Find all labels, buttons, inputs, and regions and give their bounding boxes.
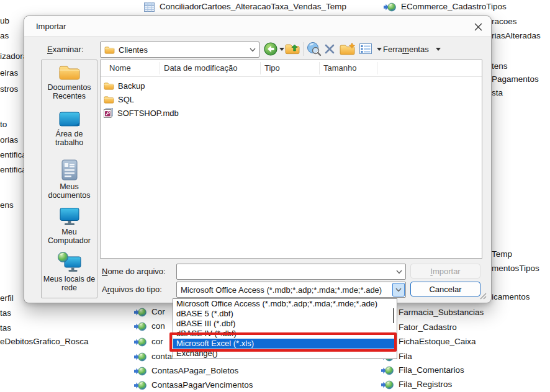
bg-fragment: racoes bbox=[492, 17, 517, 27]
file-row-softshop-mdb[interactable]: SOFTSHOP.mdb bbox=[101, 106, 482, 120]
bg-fragment: erfil bbox=[0, 293, 14, 303]
linked-globe-icon bbox=[134, 308, 147, 317]
bg-fragment: eDebitosGrafico_Rosca bbox=[0, 337, 89, 347]
bg-fragment: sta bbox=[492, 88, 503, 98]
up-one-level-button[interactable] bbox=[285, 43, 300, 55]
delete-button[interactable] bbox=[324, 43, 335, 55]
table-icon bbox=[144, 2, 155, 12]
desktop-icon bbox=[58, 111, 81, 128]
column-divider[interactable] bbox=[160, 62, 160, 74]
column-header-tipo[interactable]: Tipo bbox=[264, 63, 280, 73]
bg-fragment: entifica bbox=[0, 165, 27, 175]
my-computer-icon bbox=[59, 207, 80, 226]
new-folder-icon bbox=[340, 43, 356, 56]
bg-fragment: icamentos bbox=[492, 292, 530, 302]
column-divider[interactable] bbox=[377, 62, 377, 74]
bg-object-row[interactable]: ContasaPagarVencimentos bbox=[134, 380, 253, 390]
bg-object-row[interactable]: Cor bbox=[134, 307, 165, 317]
back-button[interactable] bbox=[264, 42, 277, 56]
network-places-icon bbox=[57, 252, 82, 273]
ferramentas-menu[interactable]: Ferramentas bbox=[383, 45, 429, 54]
file-list-header: Nome Data de modificação Tipo Tamanho bbox=[101, 60, 482, 77]
file-name-dropdown-button[interactable] bbox=[393, 264, 405, 279]
close-icon bbox=[474, 23, 482, 31]
location-combobox[interactable]: Clientes bbox=[100, 42, 259, 58]
back-icon bbox=[264, 42, 277, 56]
up-folder-icon bbox=[285, 43, 300, 55]
file-type-combobox[interactable]: Microsoft Office Access (*.mdb;*.adp;*.m… bbox=[176, 282, 406, 298]
dropdown-caret-icon bbox=[279, 48, 284, 51]
folder-icon bbox=[104, 46, 115, 54]
back-dropdown-button[interactable] bbox=[279, 48, 284, 51]
linked-globe-icon bbox=[134, 381, 147, 390]
resize-grip[interactable] bbox=[479, 292, 487, 300]
linked-globe-icon bbox=[134, 352, 147, 362]
column-header-nome[interactable]: Nome bbox=[109, 63, 131, 73]
linked-globe-icon bbox=[134, 337, 147, 347]
recent-documents-icon bbox=[58, 64, 81, 81]
column-divider[interactable] bbox=[319, 62, 320, 74]
column-divider[interactable] bbox=[260, 62, 261, 74]
bg-fragment: orias bbox=[0, 135, 18, 145]
bg-fragment: tas bbox=[0, 308, 11, 318]
sidebar-item-meus-documentos[interactable]: Meus documentos bbox=[42, 159, 97, 207]
bg-fragment: ens bbox=[0, 200, 14, 210]
bg-object-row[interactable]: ECommerce_CadastroTipos bbox=[384, 2, 507, 12]
dropdown-caret-icon bbox=[377, 48, 382, 51]
file-name-label: Nome do arquivo: bbox=[102, 267, 166, 277]
ferramentas-caret-left bbox=[377, 48, 382, 51]
close-button[interactable] bbox=[473, 22, 483, 32]
bg-fragment: as bbox=[0, 31, 9, 41]
sidebar-item-documentos-recentes[interactable]: Documentos Recentes bbox=[42, 64, 97, 111]
bg-object-row[interactable]: con bbox=[134, 321, 165, 331]
examinar-label: Examinar: bbox=[47, 45, 84, 55]
sidebar-item-meu-computador[interactable]: Meu Computador bbox=[42, 207, 97, 251]
ferramentas-caret-right bbox=[436, 48, 441, 51]
views-icon bbox=[359, 43, 372, 54]
views-button[interactable] bbox=[359, 43, 372, 54]
my-documents-icon bbox=[61, 159, 78, 180]
location-value: Clientes bbox=[115, 45, 246, 55]
dropdown-scrollbar-thumb[interactable] bbox=[393, 308, 394, 323]
bg-fragment: tens bbox=[492, 61, 508, 71]
bg-object-row[interactable]: cor bbox=[134, 337, 163, 347]
file-type-value: Microsoft Office Access (*.mdb;*.adp;*.m… bbox=[177, 285, 392, 295]
bg-fragment: stros bbox=[0, 84, 18, 94]
bg-object-row[interactable]: Fila_Comentarios bbox=[381, 365, 464, 375]
import-dialog: Importar Examinar: Clientes Ferramentas bbox=[24, 16, 492, 303]
location-dropdown-button[interactable] bbox=[246, 42, 259, 57]
dropdown-option-access[interactable]: Microsoft Office Access (*.mdb;*.adp;*.m… bbox=[173, 299, 397, 309]
dropdown-caret-icon bbox=[436, 48, 441, 51]
search-web-icon bbox=[307, 42, 322, 56]
import-button[interactable]: Importar bbox=[410, 264, 480, 278]
sidebar-item-meus-locais-de-rede[interactable]: Meus locais de rede bbox=[42, 252, 97, 298]
linked-globe-icon bbox=[381, 380, 394, 390]
bg-object-row[interactable]: Fila_Registros bbox=[381, 380, 452, 390]
bg-fragment: riasAlteradas bbox=[492, 31, 541, 41]
bg-fragment: ub bbox=[0, 16, 9, 26]
resize-grip-icon bbox=[479, 292, 487, 300]
file-list: Nome Data de modificação Tipo Tamanho Ba… bbox=[100, 60, 482, 259]
dropdown-option-dbase5[interactable]: dBASE 5 (*.dbf) bbox=[173, 309, 397, 319]
file-row-sql[interactable]: SQL bbox=[101, 92, 482, 106]
toolbar-separator bbox=[304, 42, 304, 56]
file-type-label: Arquivos do tipo: bbox=[102, 285, 162, 295]
file-name-combobox[interactable] bbox=[176, 264, 406, 280]
annotation-highlight-box bbox=[169, 332, 397, 352]
chevron-down-icon bbox=[395, 288, 402, 292]
dropdown-option-dbase3[interactable]: dBASE III (*.dbf) bbox=[173, 319, 397, 329]
bg-object-row[interactable]: ContasAPagar_Boletos bbox=[134, 366, 238, 376]
search-web-button[interactable] bbox=[307, 42, 322, 56]
file-row-backup[interactable]: Backup bbox=[101, 79, 482, 92]
chevron-down-icon bbox=[396, 270, 402, 274]
bg-object-row[interactable]: ConciliadorCartoes_AlteracaoTaxa_Vendas_… bbox=[144, 2, 346, 12]
linked-globe-icon bbox=[134, 322, 147, 331]
linked-globe-icon bbox=[384, 2, 396, 12]
file-type-dropdown-button[interactable] bbox=[392, 283, 405, 296]
dialog-titlebar[interactable]: Importar bbox=[24, 16, 491, 37]
column-header-tamanho[interactable]: Tamanho bbox=[323, 63, 356, 73]
cancel-button[interactable]: Cancelar bbox=[410, 282, 480, 296]
sidebar-item-area-de-trabalho[interactable]: Área de trabalho bbox=[42, 111, 97, 159]
new-folder-button[interactable] bbox=[340, 43, 356, 56]
column-header-data[interactable]: Data de modificação bbox=[164, 63, 238, 73]
